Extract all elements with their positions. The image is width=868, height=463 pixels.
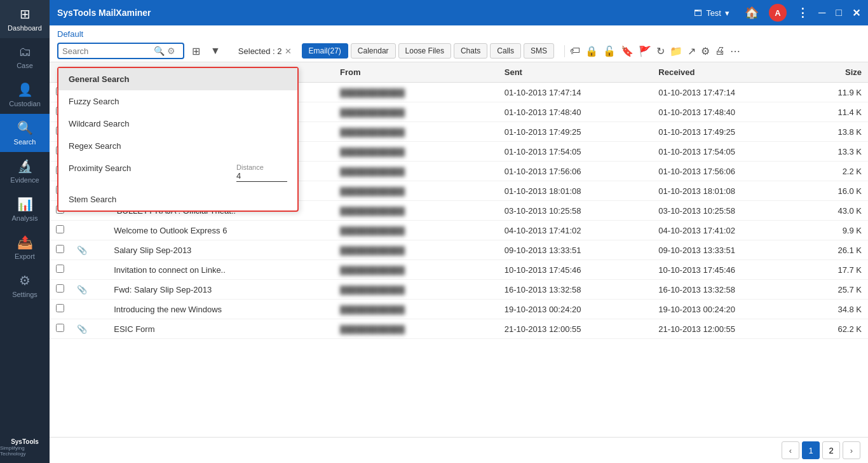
custodian-icon: 👤 — [17, 82, 33, 97]
row-from: ████████████ — [334, 142, 498, 162]
flag-icon[interactable]: 🚩 — [639, 45, 651, 57]
minimize-icon[interactable]: ─ — [818, 7, 825, 18]
tab-sms[interactable]: SMS — [524, 43, 554, 59]
table-row[interactable]: 📎 Salary Slip Sep-2013 ████████████ 09-1… — [50, 240, 868, 260]
refresh-icon[interactable]: ↻ — [656, 45, 665, 57]
dropdown-wildcard-search[interactable]: Wildcard Search — [58, 113, 297, 135]
row-checkbox[interactable] — [56, 324, 64, 332]
row-from: ████████████ — [334, 240, 498, 260]
attachment-icon: 📎 — [77, 324, 87, 334]
home-icon[interactable]: 🏠 — [745, 6, 759, 20]
tab-calendar[interactable]: Calendar — [351, 43, 396, 59]
clear-selection-button[interactable]: ✕ — [285, 46, 292, 56]
row-sent: 01-10-2013 17:49:25 — [498, 122, 653, 142]
row-checkbox[interactable] — [56, 304, 64, 312]
row-subject: Welcome to Outlook Express 6 — [107, 221, 334, 240]
gear-icon[interactable]: ⚙ — [701, 45, 710, 57]
sidebar-item-analysis[interactable]: 📊 Analysis — [0, 190, 50, 228]
row-from: ████████████ — [334, 102, 498, 122]
tab-chats[interactable]: Chats — [454, 43, 487, 59]
sidebar-item-custodian[interactable]: 👤 Custodian — [0, 76, 50, 114]
col-size[interactable]: Size — [806, 62, 868, 83]
row-checkbox-cell[interactable] — [50, 280, 71, 300]
sidebar-item-evidence[interactable]: 🔬 Evidence — [0, 152, 50, 190]
close-icon[interactable]: ✕ — [852, 7, 860, 19]
sidebar-item-settings[interactable]: ⚙ Settings — [0, 266, 50, 305]
row-sent: 01-10-2013 18:01:08 — [498, 181, 653, 201]
tab-email[interactable]: Email(27) — [302, 43, 348, 59]
row-checkbox-cell[interactable] — [50, 221, 71, 240]
export-action-icon[interactable]: ↗ — [688, 45, 696, 57]
sidebar-item-case[interactable]: 🗂 Case — [0, 38, 50, 76]
sidebar-brand: SysTools Simplifying Technology — [0, 432, 50, 463]
unlock-icon[interactable]: 🔓 — [603, 45, 616, 57]
row-checkbox-cell[interactable] — [50, 260, 71, 280]
row-from: ████████████ — [334, 280, 498, 300]
hierarchy-icon[interactable]: ⊞ — [189, 44, 203, 59]
sidebar-item-export[interactable]: 📤 Export — [0, 228, 50, 266]
row-sent: 01-10-2013 17:54:05 — [498, 142, 653, 162]
dropdown-stem-search[interactable]: Stem Search — [58, 188, 297, 211]
maximize-icon[interactable]: □ — [836, 7, 842, 18]
folder-icon[interactable]: 📁 — [670, 45, 682, 57]
settings-icon: ⚙ — [19, 273, 31, 288]
table-row[interactable]: Welcome to Outlook Express 6 ███████████… — [50, 221, 868, 240]
bookmark-icon[interactable]: 🔖 — [621, 45, 634, 57]
filter-icon[interactable]: ▼ — [208, 44, 223, 58]
dropdown-general-search[interactable]: General Search — [58, 68, 297, 90]
lock-icon[interactable]: 🔒 — [585, 45, 598, 57]
page-next-button[interactable]: › — [843, 441, 860, 459]
dropdown-fuzzy-search[interactable]: Fuzzy Search — [58, 90, 297, 113]
row-checkbox-cell[interactable] — [50, 300, 71, 319]
tab-buttons: Email(27) Calendar Loose Files Chats Cal… — [302, 43, 554, 59]
table-row[interactable]: Invitation to connect on Linke.. ███████… — [50, 260, 868, 280]
search-type-dropdown: General Search Fuzzy Search Wildcard Sea… — [57, 67, 299, 212]
row-checkbox[interactable] — [56, 245, 64, 253]
row-attach-cell: 📎 — [71, 319, 107, 339]
sidebar-label-settings: Settings — [12, 291, 37, 298]
more-actions-icon[interactable]: ⋯ — [730, 45, 740, 57]
row-checkbox[interactable] — [56, 284, 64, 293]
table-row[interactable]: 📎 ESIC Form ████████████ 21-10-2013 12:0… — [50, 319, 868, 339]
print-icon[interactable]: 🖨 — [715, 45, 725, 57]
window-title-text: Test — [706, 8, 721, 18]
page-1-button[interactable]: 1 — [802, 441, 820, 459]
more-icon[interactable]: ⋮ — [797, 6, 808, 20]
search-box[interactable]: 🔍 ⚙ — [57, 43, 184, 59]
window-title-area: 🗔 Test ▾ — [694, 8, 729, 18]
page-prev-button[interactable]: ‹ — [782, 441, 799, 459]
attachment-icon: 📎 — [77, 245, 87, 255]
col-sent[interactable]: Sent — [498, 62, 653, 83]
dropdown-regex-search[interactable]: Regex Search — [58, 135, 297, 157]
sidebar-label-analysis: Analysis — [12, 214, 38, 222]
row-checkbox[interactable] — [56, 265, 64, 273]
sidebar-label-search: Search — [14, 138, 36, 146]
table-row[interactable]: Introducing the new Windows ████████████… — [50, 300, 868, 319]
page-2-button[interactable]: 2 — [822, 441, 840, 459]
case-icon: 🗂 — [18, 45, 31, 59]
row-attach-cell: 📎 — [71, 280, 107, 300]
search-glass-icon[interactable]: 🔍 — [154, 46, 165, 56]
default-bar: Default — [50, 25, 868, 40]
row-sent: 01-10-2013 17:56:06 — [498, 162, 653, 181]
table-row[interactable]: 📎 Fwd: Salary Slip Sep-2013 ████████████… — [50, 280, 868, 300]
chevron-down-icon[interactable]: ▾ — [725, 8, 729, 18]
selected-info: Selected : 2 ✕ — [238, 46, 292, 56]
search-input[interactable] — [62, 46, 151, 56]
dropdown-proximity-search[interactable]: Proximity Search Distance 4 — [58, 157, 297, 188]
search-settings-icon[interactable]: ⚙ — [167, 46, 175, 56]
row-checkbox[interactable] — [56, 225, 64, 233]
tag-icon[interactable]: 🏷 — [570, 45, 580, 57]
tab-calls[interactable]: Calls — [490, 43, 521, 59]
row-checkbox-cell[interactable] — [50, 319, 71, 339]
tab-loose-files[interactable]: Loose Files — [398, 43, 451, 59]
row-received: 10-10-2013 17:45:46 — [652, 260, 806, 280]
col-from[interactable]: From — [334, 62, 498, 83]
row-size: 26.1 K — [806, 240, 868, 260]
default-link[interactable]: Default — [57, 29, 83, 39]
sidebar-item-dashboard[interactable]: ⊞ Dashboard — [0, 0, 50, 38]
row-checkbox-cell[interactable] — [50, 240, 71, 260]
col-received[interactable]: Received — [652, 62, 806, 83]
sidebar-item-search[interactable]: 🔍 Search — [0, 114, 50, 152]
sidebar-label-custodian: Custodian — [9, 100, 41, 107]
